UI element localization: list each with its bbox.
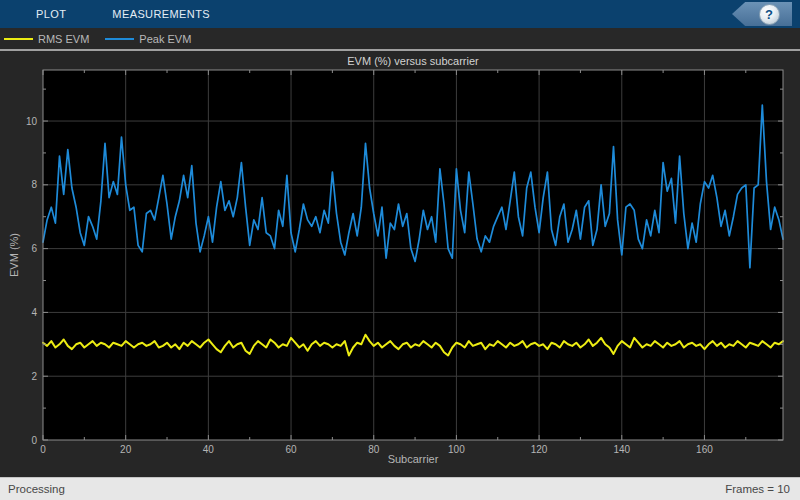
y-axis-label: EVM (%) [8,233,20,277]
legend-bar: RMS EVM Peak EVM [0,28,800,51]
legend-item-rms-evm: RMS EVM [4,33,89,45]
help-question-icon: ? [759,4,780,25]
status-bar: Processing Frames = 10 [0,477,800,500]
plot-region: 0204060801001201401600246810 EVM (%) ver… [0,51,800,477]
svg-text:4: 4 [31,307,37,318]
toolstrip: PLOT MEASUREMENTS ? [0,0,800,28]
peak-evm-line-swatch [105,38,134,40]
help-button[interactable]: ? [732,2,792,26]
legend-label-peak-evm: Peak EVM [139,33,191,45]
svg-text:6: 6 [31,243,37,254]
frames-counter: Frames = 10 [725,483,800,495]
x-axis-label: Subcarrier [43,453,783,465]
svg-text:2: 2 [31,371,37,382]
svg-text:10: 10 [26,116,38,127]
status-message: Processing [0,483,65,495]
svg-text:0: 0 [31,435,37,446]
svg-text:8: 8 [31,179,37,190]
legend-label-rms-evm: RMS EVM [38,33,89,45]
rms-evm-line-swatch [4,38,33,40]
tab-measurements[interactable]: MEASUREMENTS [102,0,220,28]
legend-item-peak-evm: Peak EVM [105,33,191,45]
plot-title: EVM (%) versus subcarrier [43,55,783,67]
plot-canvas[interactable]: 0204060801001201401600246810 [0,51,800,477]
tab-plot[interactable]: PLOT [26,0,76,28]
